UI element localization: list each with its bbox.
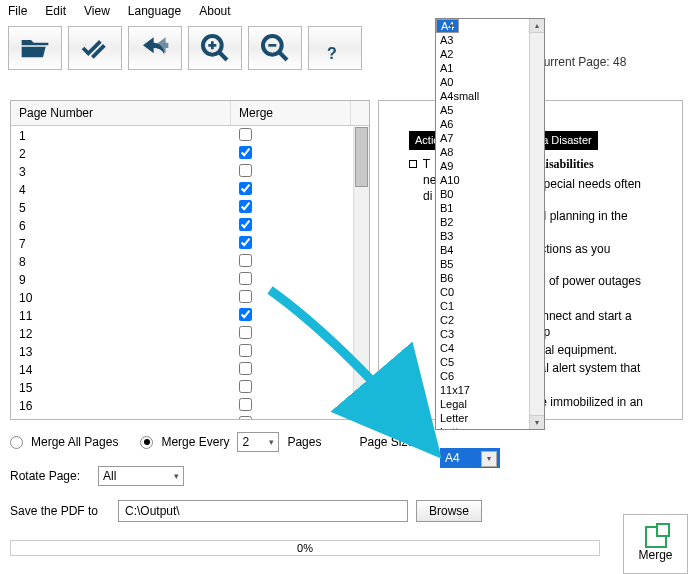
dropdown-item[interactable]: A7 xyxy=(436,131,544,145)
browse-button[interactable]: Browse xyxy=(416,500,482,522)
merge-checkbox[interactable] xyxy=(239,218,252,231)
table-body: 1234567891011121314151617 xyxy=(11,127,353,419)
dropdown-item[interactable]: A0 xyxy=(436,75,544,89)
menu-file[interactable]: File xyxy=(8,4,27,18)
dropdown-item[interactable]: A10 xyxy=(436,173,544,187)
dropdown-item[interactable]: A4 xyxy=(436,19,459,33)
save-label: Save the PDF to xyxy=(10,504,110,518)
dropdown-item[interactable]: Legal xyxy=(436,397,544,411)
dropdown-item[interactable]: 11x17 xyxy=(436,383,544,397)
table-row[interactable]: 10 xyxy=(11,289,353,307)
table-row[interactable]: 14 xyxy=(11,361,353,379)
open-button[interactable] xyxy=(8,26,62,70)
table-row[interactable]: 2 xyxy=(11,145,353,163)
table-row[interactable]: 12 xyxy=(11,325,353,343)
dropdown-item[interactable]: A3 xyxy=(436,33,544,47)
dropdown-item[interactable]: C0 xyxy=(436,285,544,299)
table-row[interactable]: 15 xyxy=(11,379,353,397)
dropdown-item[interactable]: C2 xyxy=(436,313,544,327)
dropdown-list: A4A3A2A1A0A4smallA5A6A7A8A9A10B0B1B2B3B4… xyxy=(436,19,544,429)
rotate-select[interactable]: All xyxy=(98,466,184,486)
col-merge[interactable]: Merge xyxy=(231,101,351,125)
dropdown-item[interactable]: B6 xyxy=(436,271,544,285)
dropdown-item[interactable]: B1 xyxy=(436,201,544,215)
page-size-select[interactable]: A4 xyxy=(440,448,500,468)
dropdown-item[interactable]: B5 xyxy=(436,257,544,271)
menu-about[interactable]: About xyxy=(199,4,230,18)
page-size-dropdown[interactable]: A4A3A2A1A0A4smallA5A6A7A8A9A10B0B1B2B3B4… xyxy=(435,18,545,430)
dropdown-item[interactable]: Letter xyxy=(436,411,544,425)
zoom-out-button[interactable] xyxy=(248,26,302,70)
dropdown-item[interactable]: C6 xyxy=(436,369,544,383)
page-size-label: Page Size: xyxy=(359,435,417,449)
merge-every-radio[interactable] xyxy=(140,436,153,449)
merge-checkbox[interactable] xyxy=(239,362,252,375)
progress: 0% xyxy=(10,540,600,556)
dropdown-item[interactable]: A8 xyxy=(436,145,544,159)
merge-checkbox[interactable] xyxy=(239,344,252,357)
table-row[interactable]: 6 xyxy=(11,217,353,235)
dropdown-item[interactable]: C1 xyxy=(436,299,544,313)
merge-checkbox[interactable] xyxy=(239,128,252,141)
help-button[interactable]: ? xyxy=(308,26,362,70)
merge-checkbox[interactable] xyxy=(239,146,252,159)
menu-edit[interactable]: Edit xyxy=(45,4,66,18)
dropdown-item[interactable]: C5 xyxy=(436,355,544,369)
merge-checkbox[interactable] xyxy=(239,164,252,177)
table-scrollbar[interactable] xyxy=(353,127,369,419)
col-page-number[interactable]: Page Number xyxy=(11,101,231,125)
dropdown-item[interactable]: A4small xyxy=(436,89,544,103)
dropdown-item[interactable]: A5 xyxy=(436,103,544,117)
table-row[interactable]: 3 xyxy=(11,163,353,181)
dropdown-scrollbar[interactable]: ▴▾ xyxy=(529,19,544,429)
dropdown-item[interactable]: B0 xyxy=(436,187,544,201)
merge-checkbox[interactable] xyxy=(239,416,252,419)
table-row[interactable]: 17 xyxy=(11,415,353,419)
dropdown-item[interactable]: A1 xyxy=(436,61,544,75)
merge-every-select[interactable]: 2 xyxy=(237,432,279,452)
table-row[interactable]: 4 xyxy=(11,181,353,199)
table-row[interactable]: 9 xyxy=(11,271,353,289)
check-all-button[interactable] xyxy=(68,26,122,70)
rotate-label: Rotate Page: xyxy=(10,469,90,483)
merge-checkbox[interactable] xyxy=(239,272,252,285)
dropdown-item[interactable]: Lettersma xyxy=(436,425,544,429)
table-row[interactable]: 5 xyxy=(11,199,353,217)
page-table: Page Number Merge 1234567891011121314151… xyxy=(10,100,370,420)
dropdown-item[interactable]: B4 xyxy=(436,243,544,257)
merge-button[interactable]: Merge xyxy=(623,514,688,574)
merge-checkbox[interactable] xyxy=(239,326,252,339)
svg-text:?: ? xyxy=(327,45,337,62)
dropdown-item[interactable]: A6 xyxy=(436,117,544,131)
dropdown-item[interactable]: B3 xyxy=(436,229,544,243)
merge-checkbox[interactable] xyxy=(239,236,252,249)
dropdown-item[interactable]: A9 xyxy=(436,159,544,173)
merge-checkbox[interactable] xyxy=(239,200,252,213)
merge-icon xyxy=(645,526,667,548)
merge-all-radio[interactable] xyxy=(10,436,23,449)
merge-checkbox[interactable] xyxy=(239,254,252,267)
dropdown-item[interactable]: C4 xyxy=(436,341,544,355)
merge-checkbox[interactable] xyxy=(239,182,252,195)
table-row[interactable]: 1 xyxy=(11,127,353,145)
menu-view[interactable]: View xyxy=(84,4,110,18)
table-row[interactable]: 8 xyxy=(11,253,353,271)
save-path-input[interactable] xyxy=(118,500,408,522)
table-row[interactable]: 13 xyxy=(11,343,353,361)
merge-checkbox[interactable] xyxy=(239,380,252,393)
undo-button[interactable] xyxy=(128,26,182,70)
dropdown-item[interactable]: C3 xyxy=(436,327,544,341)
table-row[interactable]: 7 xyxy=(11,235,353,253)
table-row[interactable]: 16 xyxy=(11,397,353,415)
zoom-in-button[interactable] xyxy=(188,26,242,70)
controls: Merge All Pages Merge Every 2 Pages Page… xyxy=(10,432,678,536)
menu-bar: FileEditViewLanguageAbout xyxy=(0,0,688,22)
dropdown-item[interactable]: B2 xyxy=(436,215,544,229)
table-row[interactable]: 11 xyxy=(11,307,353,325)
dropdown-item[interactable]: A2 xyxy=(436,47,544,61)
current-page-label: Current Page: 48 xyxy=(535,55,626,69)
merge-checkbox[interactable] xyxy=(239,290,252,303)
merge-checkbox[interactable] xyxy=(239,308,252,321)
menu-language[interactable]: Language xyxy=(128,4,181,18)
merge-checkbox[interactable] xyxy=(239,398,252,411)
